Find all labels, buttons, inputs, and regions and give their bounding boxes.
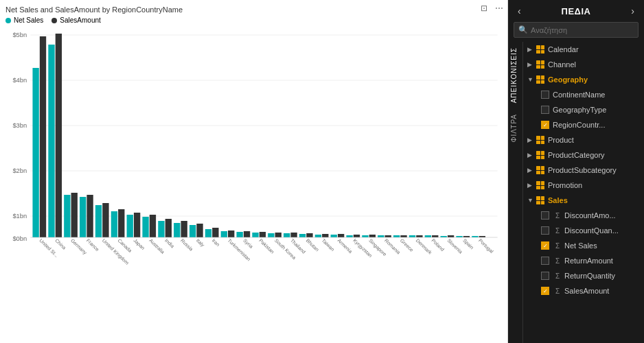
chart-container: $5bn $4bn $3bn $2bn $1bn $0bn xyxy=(5,28,505,282)
tree-item-channel[interactable]: ▶ Channel xyxy=(523,57,644,72)
svg-text:Russia: Russia xyxy=(179,238,194,252)
tree-item-returnamount[interactable]: Σ ReturnAmount xyxy=(523,253,644,268)
svg-rect-28 xyxy=(158,221,164,237)
tree-item-discountquan[interactable]: Σ DiscountQuan... xyxy=(523,223,644,238)
svg-rect-32 xyxy=(189,225,196,237)
sales-amount-label: SalesAmount xyxy=(60,16,100,24)
svg-rect-14 xyxy=(48,45,54,237)
continentname-checkbox[interactable] xyxy=(541,91,549,99)
svg-text:China: China xyxy=(54,238,67,250)
svg-rect-45 xyxy=(290,233,297,237)
svg-rect-65 xyxy=(448,235,454,237)
svg-rect-57 xyxy=(385,235,391,237)
tree-item-discountamo[interactable]: Σ DiscountAmo... xyxy=(523,208,644,223)
svg-rect-19 xyxy=(87,195,93,237)
svg-rect-40 xyxy=(252,233,258,237)
tree-item-regioncountry[interactable]: RegionCountr... xyxy=(523,117,644,132)
geography-icon xyxy=(536,75,545,84)
tree-item-productcategory[interactable]: ▶ ProductCategory xyxy=(523,147,644,163)
svg-rect-35 xyxy=(212,228,218,237)
more-icon[interactable]: ⋯ xyxy=(494,3,505,14)
calendar-arrow: ▶ xyxy=(527,46,536,53)
product-label: Product xyxy=(548,136,640,144)
geography-arrow: ▼ xyxy=(527,76,536,83)
sales-icon xyxy=(536,196,545,205)
returnquantity-checkbox[interactable] xyxy=(541,272,549,280)
regioncountry-label: RegionCountr... xyxy=(553,121,640,129)
productcategory-arrow: ▶ xyxy=(527,152,536,158)
svg-text:Spain: Spain xyxy=(461,238,474,250)
svg-text:$0bn: $0bn xyxy=(12,235,27,242)
net-sales-label: Net Sales xyxy=(14,16,43,24)
tree-item-geographytype[interactable]: GeographyType xyxy=(523,102,644,117)
expand-icon[interactable]: ⊡ xyxy=(479,3,490,14)
tree-item-netsales[interactable]: Σ Net Sales xyxy=(523,238,644,253)
legend-net-sales: Net Sales xyxy=(5,16,43,24)
discountquan-checkbox[interactable] xyxy=(541,226,549,235)
svg-text:Portugal: Portugal xyxy=(477,238,494,255)
svg-text:Slovenia: Slovenia xyxy=(446,238,463,255)
svg-rect-67 xyxy=(463,236,470,237)
legend-sales-amount: SalesAmount xyxy=(51,16,100,24)
net-sales-dot xyxy=(5,18,11,23)
regioncountry-checkbox[interactable] xyxy=(541,121,549,129)
discountamo-sigma: Σ xyxy=(553,212,562,220)
svg-rect-29 xyxy=(165,219,172,237)
svg-rect-36 xyxy=(221,231,227,237)
netsales-checkbox[interactable] xyxy=(541,241,549,250)
tree-item-sales[interactable]: ▼ Sales xyxy=(523,193,644,208)
returnquantity-label: ReturnQuantity xyxy=(564,272,640,280)
tab-filters[interactable]: ΦΙΛΤΡΑ xyxy=(508,108,522,147)
tree-item-calendar[interactable]: ▶ Calendar xyxy=(523,42,644,57)
geographytype-checkbox[interactable] xyxy=(541,106,549,114)
svg-rect-21 xyxy=(102,203,108,237)
calendar-label: Calendar xyxy=(548,45,640,54)
svg-rect-51 xyxy=(338,234,344,237)
tree-item-productsubcategory[interactable]: ▶ ProductSubcategory xyxy=(523,163,644,178)
chart-legend: Net Sales SalesAmount xyxy=(5,16,505,24)
svg-rect-27 xyxy=(150,215,156,237)
salesamount-sigma: Σ xyxy=(553,287,562,295)
returnamount-checkbox[interactable] xyxy=(541,257,549,265)
svg-rect-52 xyxy=(346,235,352,237)
svg-rect-25 xyxy=(134,213,140,237)
salesamount-checkbox[interactable] xyxy=(541,287,549,295)
search-box[interactable]: 🔍 xyxy=(514,22,639,38)
panel-header: ‹ ΠΕΔΙΑ › xyxy=(508,0,644,22)
tree-item-promotion[interactable]: ▶ Promotion xyxy=(523,178,644,193)
sales-amount-dot xyxy=(51,18,57,23)
svg-text:Iran: Iran xyxy=(211,238,221,248)
svg-rect-41 xyxy=(260,232,266,237)
panel-nav-left[interactable]: ‹ xyxy=(515,5,524,16)
chart-area: ⊡ ⋯ Net Sales and SalesAmount by RegionC… xyxy=(0,0,508,343)
svg-rect-66 xyxy=(456,236,462,237)
svg-text:Armenia: Armenia xyxy=(336,238,353,255)
svg-text:Italy: Italy xyxy=(195,238,205,248)
tree-item-returnquantity[interactable]: Σ ReturnQuantity xyxy=(523,268,644,283)
salesamount-label: SalesAmount xyxy=(564,287,640,295)
promotion-label: Promotion xyxy=(548,181,640,189)
returnamount-sigma: Σ xyxy=(553,257,562,265)
svg-text:$3bn: $3bn xyxy=(12,122,27,129)
svg-text:Australia: Australia xyxy=(148,238,165,255)
svg-rect-53 xyxy=(354,235,360,237)
panel-nav-right[interactable]: › xyxy=(628,5,637,16)
returnamount-label: ReturnAmount xyxy=(564,257,640,265)
tree-item-geography[interactable]: ▼ Geography xyxy=(523,72,644,87)
tab-visualizations[interactable]: ΑΠΕΙΚΟΝΙΣΕΙΣ xyxy=(508,42,522,108)
tree-item-salesamount[interactable]: Σ SalesAmount xyxy=(523,283,644,298)
tree-item-product[interactable]: ▶ Product xyxy=(523,132,644,147)
svg-rect-24 xyxy=(127,215,133,237)
tree-item-continentname[interactable]: ContinentName xyxy=(523,87,644,102)
svg-text:Denmark: Denmark xyxy=(415,238,433,256)
search-input[interactable] xyxy=(531,26,634,34)
svg-rect-54 xyxy=(362,235,368,237)
svg-rect-37 xyxy=(228,230,234,237)
calendar-icon xyxy=(536,45,545,54)
svg-rect-44 xyxy=(284,233,290,237)
discountamo-checkbox[interactable] xyxy=(541,211,549,220)
svg-text:Poland: Poland xyxy=(430,238,446,252)
svg-text:Pakistan: Pakistan xyxy=(257,238,275,255)
product-arrow: ▶ xyxy=(527,137,536,143)
right-panel: ‹ ΠΕΔΙΑ › 🔍 ΑΠΕΙΚΟΝΙΣΕΙΣ ΦΙΛΤΡΑ ▶ Calend… xyxy=(508,0,644,343)
